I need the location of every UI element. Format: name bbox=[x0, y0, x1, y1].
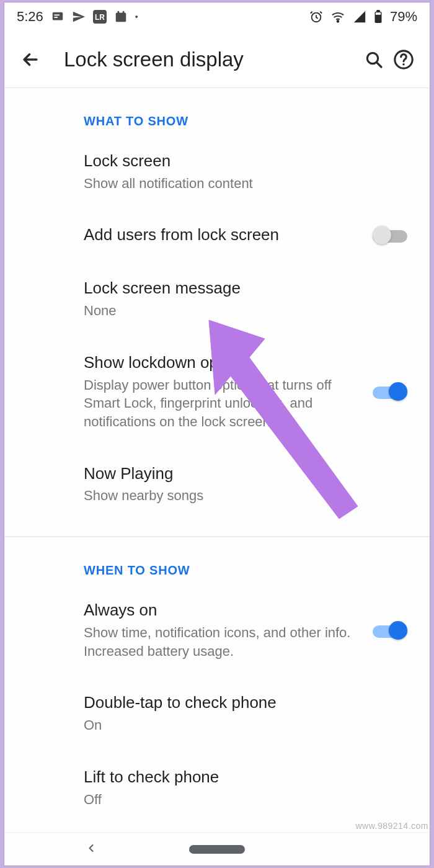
calendar-icon bbox=[114, 10, 128, 24]
wifi-icon bbox=[330, 10, 345, 24]
message-icon bbox=[51, 10, 64, 24]
setting-sub: On bbox=[84, 716, 397, 735]
search-button[interactable] bbox=[359, 45, 389, 74]
section-when-to-show: WHEN TO SHOW Always on Show time, notifi… bbox=[4, 537, 430, 832]
svg-text:LR: LR bbox=[95, 13, 105, 22]
setting-title: Always on bbox=[84, 600, 363, 621]
switch-show-lockdown[interactable] bbox=[373, 382, 407, 401]
svg-rect-7 bbox=[123, 11, 125, 14]
svg-rect-6 bbox=[117, 11, 119, 14]
setting-title: Lock screen message bbox=[84, 278, 397, 299]
section-header-what: WHAT TO SHOW bbox=[4, 88, 430, 135]
setting-show-lockdown[interactable]: Show lockdown option Display power butto… bbox=[4, 336, 430, 447]
setting-sub: Show nearby songs bbox=[84, 486, 397, 505]
svg-rect-5 bbox=[116, 13, 126, 22]
status-time: 5:26 bbox=[17, 9, 43, 25]
setting-add-users[interactable]: Add users from lock screen bbox=[4, 208, 430, 262]
setting-sub: Show all notification content bbox=[84, 174, 397, 193]
back-button[interactable] bbox=[16, 45, 45, 74]
setting-sub: Show time, notification icons, and other… bbox=[84, 624, 363, 660]
section-what-to-show: WHAT TO SHOW Lock screen Show all notifi… bbox=[4, 88, 430, 537]
signal-icon bbox=[353, 10, 366, 24]
setting-title: Show lockdown option bbox=[84, 352, 363, 374]
switch-add-users[interactable] bbox=[373, 226, 407, 244]
switch-always-on[interactable] bbox=[373, 621, 407, 640]
watermark: www.989214.com bbox=[355, 821, 428, 831]
section-header-when: WHEN TO SHOW bbox=[4, 537, 430, 584]
setting-title: Lift to check phone bbox=[84, 767, 397, 788]
setting-sub: Display power button option that turns o… bbox=[84, 376, 363, 431]
setting-lock-screen-message[interactable]: Lock screen message None bbox=[4, 262, 430, 336]
setting-sub: Off bbox=[84, 790, 397, 809]
status-bar: 5:26 LR • bbox=[4, 2, 430, 31]
setting-now-playing[interactable]: Now Playing Show nearby songs bbox=[4, 447, 430, 521]
nav-bar bbox=[4, 832, 430, 866]
status-left: 5:26 LR • bbox=[17, 9, 138, 25]
nav-home-pill[interactable] bbox=[189, 845, 245, 854]
setting-title: Lock screen bbox=[84, 151, 397, 172]
setting-title: Double-tap to check phone bbox=[84, 692, 397, 714]
setting-always-on[interactable]: Always on Show time, notification icons,… bbox=[4, 584, 430, 676]
svg-rect-1 bbox=[54, 14, 59, 16]
svg-rect-2 bbox=[54, 17, 58, 18]
svg-rect-12 bbox=[376, 12, 381, 15]
help-button[interactable] bbox=[389, 45, 418, 74]
svg-rect-11 bbox=[376, 10, 380, 12]
nav-back-button[interactable] bbox=[85, 842, 97, 857]
status-battery-text: 79% bbox=[390, 9, 417, 25]
app-bar: Lock screen display bbox=[4, 31, 430, 88]
svg-rect-0 bbox=[53, 12, 63, 20]
svg-point-15 bbox=[402, 63, 404, 65]
phone-screen: 5:26 LR • bbox=[4, 2, 430, 866]
send-icon bbox=[72, 10, 86, 24]
setting-lift-to-check[interactable]: Lift to check phone Off bbox=[4, 751, 430, 825]
setting-lock-screen[interactable]: Lock screen Show all notification conten… bbox=[4, 135, 430, 208]
content: WHAT TO SHOW Lock screen Show all notifi… bbox=[4, 88, 430, 832]
dot-icon: • bbox=[135, 12, 138, 22]
svg-point-9 bbox=[337, 20, 339, 22]
setting-title: Add users from lock screen bbox=[84, 225, 363, 246]
status-right: 79% bbox=[309, 9, 417, 25]
lr-app-icon: LR bbox=[93, 10, 107, 24]
setting-double-tap[interactable]: Double-tap to check phone On bbox=[4, 676, 430, 750]
alarm-icon bbox=[309, 10, 323, 24]
battery-icon bbox=[374, 10, 383, 24]
setting-sub: None bbox=[84, 302, 397, 320]
page-title: Lock screen display bbox=[64, 48, 359, 71]
setting-title: Now Playing bbox=[84, 463, 397, 485]
